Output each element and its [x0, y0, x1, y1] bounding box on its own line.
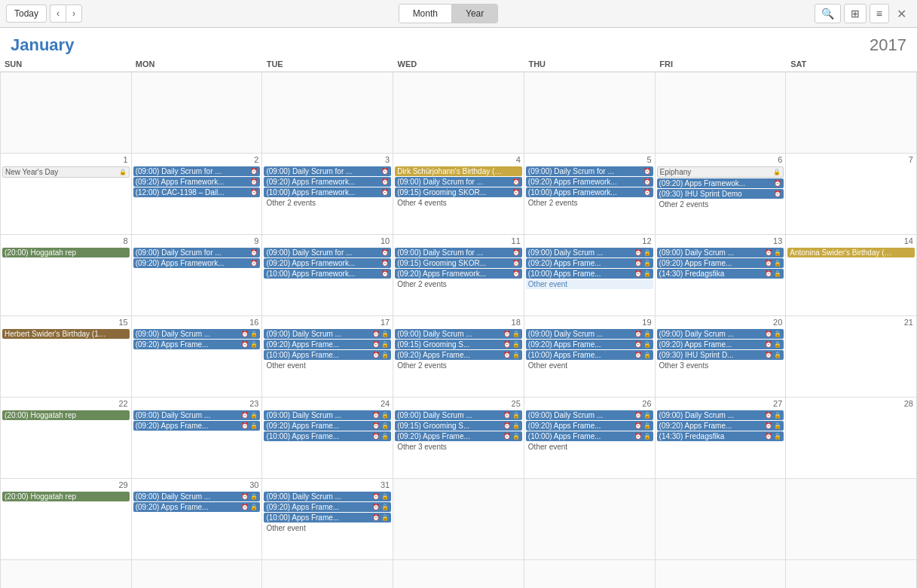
event-item[interactable]: (20:00) Hoggatah rep — [2, 248, 130, 257]
event-item[interactable]: (09:20) Apps Frame...⏰🔒 — [657, 258, 784, 268]
more-events[interactable]: Other 3 events — [657, 361, 784, 370]
event-item[interactable]: (10:00) Apps Frame...⏰🔒 — [526, 431, 653, 441]
calendar-cell[interactable] — [786, 560, 917, 588]
event-item[interactable]: (10:00) Apps Frame...⏰🔒 — [526, 269, 653, 279]
calendar-cell[interactable]: 30(09:00) Daily Scrum ...⏰🔒(09:20) Apps … — [132, 479, 263, 560]
event-item[interactable]: (09:20) Apps Frame...⏰🔒 — [395, 350, 522, 360]
calendar-cell[interactable] — [656, 560, 787, 588]
calendar-cell[interactable]: 11(09:00) Daily Scrum for ...⏰(09:15) Gr… — [393, 235, 524, 316]
calendar-cell[interactable]: 17(09:00) Daily Scrum ...⏰🔒(09:20) Apps … — [262, 316, 393, 398]
event-item[interactable]: (09:00) Daily Scrum ...⏰🔒 — [657, 410, 784, 420]
calendar-cell[interactable]: 15Herbert Świder's Birthday (1… — [1, 316, 132, 398]
event-item[interactable]: (09:20) Apps Framework...⏰ — [264, 177, 391, 187]
event-item[interactable]: (09:00) Daily Scrum ...⏰🔒 — [526, 410, 653, 420]
event-item[interactable]: (09:20) Apps Framework...⏰ — [133, 177, 261, 187]
event-item[interactable]: (09:20) Apps Framework...⏰ — [395, 269, 522, 279]
calendar-cell[interactable] — [656, 72, 787, 154]
event-item[interactable]: (09:30) IHU Sprint Demo⏰ — [657, 189, 784, 199]
calendar-cell[interactable]: 6Epiphany🔒(09:20) Apps Framewok...⏰(09:3… — [656, 154, 787, 235]
event-item[interactable]: (20:00) Hoggatah rep — [2, 492, 130, 501]
event-item[interactable]: (09:20) Apps Frame...⏰🔒 — [264, 340, 391, 349]
calendar-cell[interactable]: 3(09:00) Daily Scrum for ...⏰(09:20) App… — [262, 154, 393, 235]
event-item[interactable]: (09:20) Apps Framework...⏰ — [264, 258, 391, 268]
event-item[interactable]: (09:00) Daily Scrum for ...⏰ — [395, 177, 522, 187]
event-item[interactable]: (09:20) Apps Framework...⏰ — [133, 258, 261, 268]
event-item[interactable]: (10:00) Apps Frame...⏰🔒 — [264, 350, 391, 360]
event-item[interactable]: (09:20) Apps Frame...⏰🔒 — [657, 340, 784, 349]
calendar-cell[interactable] — [132, 72, 263, 154]
calendar-cell[interactable]: 4Dirk Schürjohann's Birthday (…(09:00) D… — [393, 154, 524, 235]
event-item[interactable]: (10:00) Apps Frame...⏰🔒 — [264, 513, 391, 522]
calendar-cell[interactable]: 16(09:00) Daily Scrum ...⏰🔒(09:20) Apps … — [132, 316, 263, 398]
event-item[interactable]: (09:00) Daily Scrum ...⏰🔒 — [657, 248, 784, 257]
calendar-cell[interactable]: 8(20:00) Hoggatah rep — [1, 235, 132, 316]
close-button[interactable]: ✕ — [892, 5, 911, 23]
more-events[interactable]: Other 4 events — [395, 198, 522, 208]
calendar-cell[interactable]: 10(09:00) Daily Scrum for ...⏰(09:20) Ap… — [262, 235, 393, 316]
next-button[interactable]: › — [66, 5, 82, 23]
menu-button[interactable]: ≡ — [870, 4, 889, 23]
more-events[interactable]: Other 2 events — [264, 198, 391, 208]
event-item[interactable]: (09:00) Daily Scrum ...⏰🔒 — [133, 410, 261, 420]
event-item[interactable]: (10:00) Apps Frame...⏰🔒 — [526, 350, 653, 360]
event-item[interactable]: (10:00) Apps Framework...⏰ — [526, 187, 653, 197]
more-events[interactable]: Other 2 events — [395, 279, 522, 289]
event-item[interactable]: Antonina Świder's Birthday (… — [787, 248, 915, 257]
event-item[interactable]: (14:30) Fredagsfika⏰🔒 — [657, 269, 784, 279]
event-item[interactable]: (09:00) Daily Scrum for ...⏰ — [133, 248, 261, 257]
calendar-cell[interactable]: 7 — [786, 154, 917, 235]
event-item[interactable]: (09:20) Apps Frame...⏰🔒 — [657, 421, 784, 431]
more-events[interactable]: Other event — [526, 361, 653, 370]
calendar-cell[interactable]: 5(09:00) Daily Scrum for ...⏰(09:20) App… — [524, 154, 656, 235]
event-item[interactable]: (10:00) Apps Framework...⏰ — [264, 269, 391, 279]
event-item[interactable]: (09:00) Daily Scrum ...⏰🔒 — [395, 410, 522, 420]
calendar-cell[interactable]: 20(09:00) Daily Scrum ...⏰🔒(09:20) Apps … — [656, 316, 787, 398]
event-item[interactable]: (09:15) Grooming SKOR...⏰ — [395, 258, 522, 268]
calendar-cell[interactable] — [262, 560, 393, 588]
calendar-cell[interactable] — [1, 560, 132, 588]
calendar-cell[interactable]: 9(09:00) Daily Scrum for ...⏰(09:20) App… — [132, 235, 263, 316]
calendar-cell[interactable]: 31(09:00) Daily Scrum ...⏰🔒(09:20) Apps … — [262, 479, 393, 560]
event-item[interactable]: New Year's Day🔒 — [2, 166, 130, 178]
calendar-cell[interactable] — [393, 479, 524, 560]
grid-button[interactable]: ⊞ — [844, 4, 867, 23]
more-events[interactable]: Other 2 events — [395, 361, 522, 370]
calendar-cell[interactable]: 21 — [786, 316, 917, 398]
event-item[interactable]: (09:20) Apps Frame...⏰🔒 — [526, 421, 653, 431]
event-item[interactable]: (09:20) Apps Framework...⏰ — [526, 177, 653, 187]
prev-button[interactable]: ‹ — [50, 5, 66, 23]
event-item[interactable]: (09:00) Daily Scrum ...⏰🔒 — [133, 329, 261, 339]
event-item[interactable]: (09:00) Daily Scrum for ...⏰ — [264, 166, 391, 176]
more-events[interactable]: Other event — [526, 279, 653, 289]
event-item[interactable]: (09:20) Apps Frame...⏰🔒 — [526, 258, 653, 268]
event-item[interactable]: (10:00) Apps Framework...⏰ — [264, 187, 391, 197]
event-item[interactable]: (09:20) Apps Framewok...⏰ — [657, 178, 784, 188]
calendar-cell[interactable]: 13(09:00) Daily Scrum ...⏰🔒(09:20) Apps … — [656, 235, 787, 316]
event-item[interactable]: (09:00) Daily Scrum for ...⏰ — [526, 166, 653, 176]
event-item[interactable]: (09:00) Daily Scrum ...⏰🔒 — [526, 329, 653, 339]
more-events[interactable]: Other 3 events — [395, 442, 522, 452]
calendar-cell[interactable]: 19(09:00) Daily Scrum ...⏰🔒(09:20) Apps … — [524, 316, 656, 398]
event-item[interactable]: (09:00) Daily Scrum ...⏰🔒 — [264, 329, 391, 339]
calendar-cell[interactable]: 29(20:00) Hoggatah rep — [1, 479, 132, 560]
event-item[interactable]: (12:00) CAC-1198 – Dail...⏰ — [133, 187, 261, 197]
event-item[interactable]: (09:00) Daily Scrum ...⏰🔒 — [133, 492, 261, 501]
event-item[interactable]: (09:15) Grooming SKOR...⏰ — [395, 187, 522, 197]
today-button[interactable]: Today — [6, 5, 47, 23]
event-item[interactable]: (09:20) Apps Frame...⏰🔒 — [395, 431, 522, 441]
search-button[interactable]: 🔍 — [815, 4, 841, 23]
event-item[interactable]: (09:20) Apps Frame...⏰🔒 — [133, 421, 261, 431]
calendar-cell[interactable] — [656, 479, 787, 560]
event-item[interactable]: Dirk Schürjohann's Birthday (… — [395, 166, 522, 176]
calendar-cell[interactable] — [524, 479, 656, 560]
calendar-cell[interactable] — [786, 72, 917, 154]
more-events[interactable]: Other event — [264, 361, 391, 370]
event-item[interactable]: (10:00) Apps Frame...⏰🔒 — [264, 431, 391, 441]
event-item[interactable]: Herbert Świder's Birthday (1… — [2, 329, 130, 339]
calendar-cell[interactable] — [393, 72, 524, 154]
calendar-cell[interactable]: 18(09:00) Daily Scrum ...⏰🔒(09:15) Groom… — [393, 316, 524, 398]
event-item[interactable]: (09:00) Daily Scrum ...⏰🔒 — [526, 248, 653, 257]
event-item[interactable]: (09:00) Daily Scrum ...⏰🔒 — [395, 329, 522, 339]
calendar-cell[interactable]: 26(09:00) Daily Scrum ...⏰🔒(09:20) Apps … — [524, 398, 656, 479]
event-item[interactable]: (20:00) Hoggatah rep — [2, 410, 130, 420]
